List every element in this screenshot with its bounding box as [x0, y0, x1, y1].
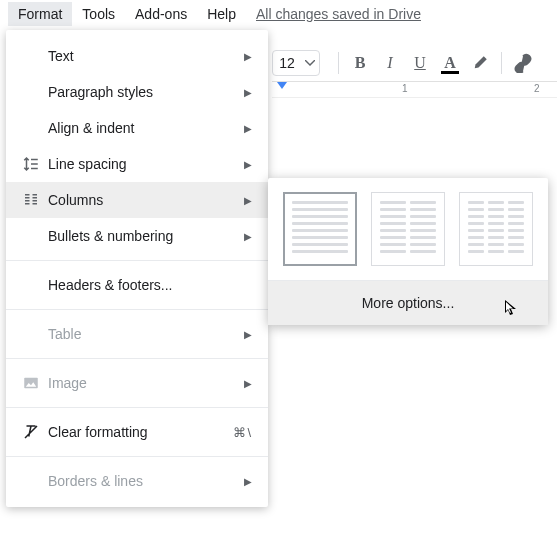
image-icon	[22, 374, 48, 392]
menu-borders-lines: Borders & lines ▶	[6, 463, 268, 499]
underline-button[interactable]: U	[405, 48, 435, 78]
submenu-arrow-icon: ▶	[244, 87, 252, 98]
menu-format[interactable]: Format	[8, 2, 72, 26]
indent-marker-icon[interactable]	[276, 81, 288, 93]
submenu-arrow-icon: ▶	[244, 231, 252, 242]
separator	[6, 456, 268, 457]
separator	[501, 52, 502, 74]
menu-help[interactable]: Help	[197, 2, 246, 26]
menu-headers-footers[interactable]: Headers & footers...	[6, 267, 268, 303]
menu-columns[interactable]: Columns ▶	[6, 182, 268, 218]
submenu-arrow-icon: ▶	[244, 329, 252, 340]
cursor-icon	[504, 299, 520, 317]
highlight-button[interactable]	[465, 48, 495, 78]
menubar: Format Tools Add-ons Help All changes sa…	[0, 0, 557, 28]
menu-bullets-numbering[interactable]: Bullets & numbering ▶	[6, 218, 268, 254]
menu-clear-formatting[interactable]: Clear formatting ⌘\	[6, 414, 268, 450]
menu-label: Paragraph styles	[48, 84, 244, 100]
separator	[338, 52, 339, 74]
menu-paragraph-styles[interactable]: Paragraph styles ▶	[6, 74, 268, 110]
bold-button[interactable]: B	[345, 48, 375, 78]
italic-button[interactable]: I	[375, 48, 405, 78]
columns-more-options[interactable]: More options...	[268, 281, 548, 325]
submenu-arrow-icon: ▶	[244, 123, 252, 134]
submenu-arrow-icon: ▶	[244, 476, 252, 487]
columns-option-2[interactable]	[371, 192, 445, 266]
text-color-button[interactable]: A	[435, 48, 465, 78]
menu-label: Columns	[48, 192, 244, 208]
font-size-value: 12	[273, 55, 301, 71]
columns-submenu: More options...	[268, 178, 548, 325]
submenu-arrow-icon: ▶	[244, 51, 252, 62]
columns-option-3[interactable]	[459, 192, 533, 266]
more-options-label: More options...	[362, 295, 455, 311]
submenu-arrow-icon: ▶	[244, 378, 252, 389]
toolbar: 12 B I U A	[272, 44, 557, 82]
line-spacing-icon	[22, 155, 48, 173]
ruler-tick: 2	[534, 83, 540, 94]
menu-text[interactable]: Text ▶	[6, 38, 268, 74]
menu-label: Table	[48, 326, 244, 342]
font-size-select[interactable]: 12	[272, 50, 320, 76]
columns-option-1[interactable]	[283, 192, 357, 266]
menu-label: Text	[48, 48, 244, 64]
separator	[6, 260, 268, 261]
ruler-tick: 1	[402, 83, 408, 94]
shortcut: ⌘\	[233, 425, 252, 440]
menu-label: Bullets & numbering	[48, 228, 244, 244]
insert-link-button[interactable]	[508, 48, 538, 78]
menu-table: Table ▶	[6, 316, 268, 352]
menu-label: Align & indent	[48, 120, 244, 136]
menu-tools[interactable]: Tools	[72, 2, 125, 26]
menu-addons[interactable]: Add-ons	[125, 2, 197, 26]
clear-formatting-icon	[22, 423, 48, 441]
chevron-down-icon	[301, 60, 319, 66]
menu-label: Borders & lines	[48, 473, 244, 489]
menu-label: Clear formatting	[48, 424, 233, 440]
separator	[6, 309, 268, 310]
menu-align-indent[interactable]: Align & indent ▶	[6, 110, 268, 146]
menu-image: Image ▶	[6, 365, 268, 401]
column-options	[268, 192, 548, 280]
menu-label: Headers & footers...	[48, 277, 252, 293]
ruler: 1 2	[272, 82, 557, 98]
separator	[6, 407, 268, 408]
save-status[interactable]: All changes saved in Drive	[256, 6, 421, 22]
separator	[6, 358, 268, 359]
menu-label: Image	[48, 375, 244, 391]
format-dropdown: Text ▶ Paragraph styles ▶ Align & indent…	[6, 30, 268, 507]
menu-line-spacing[interactable]: Line spacing ▶	[6, 146, 268, 182]
columns-icon	[22, 191, 48, 209]
submenu-arrow-icon: ▶	[244, 159, 252, 170]
menu-label: Line spacing	[48, 156, 244, 172]
submenu-arrow-icon: ▶	[244, 195, 252, 206]
